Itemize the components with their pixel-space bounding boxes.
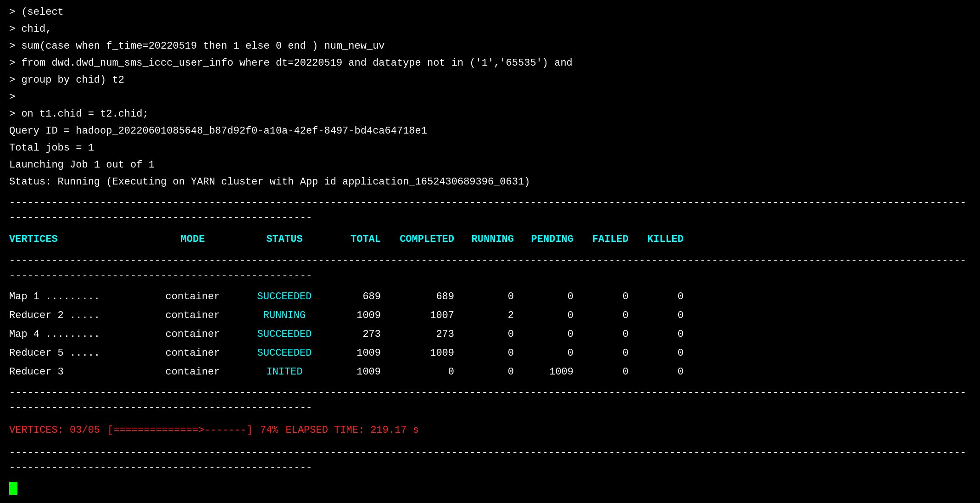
row4-killed: 0: [638, 364, 693, 380]
row3-running: 0: [463, 346, 523, 361]
row1-mode: container: [147, 308, 239, 323]
table-row: Map 1 ......... container SUCCEEDED 689 …: [9, 287, 971, 306]
row4-status: INITED: [239, 364, 330, 380]
row3-mode: container: [147, 346, 239, 361]
row3-killed: 0: [638, 346, 693, 361]
code-line-1: > (select: [9, 5, 971, 20]
header-completed: COMPLETED: [390, 232, 463, 247]
table-row: Reducer 5 ..... container SUCCEEDED 1009…: [9, 344, 971, 363]
terminal-cursor-line: [9, 479, 971, 496]
code-line-4: > from dwd.dwd_num_sms_iccc_user_info wh…: [9, 56, 971, 71]
progress-bar: [==============>-------]: [107, 423, 253, 438]
row2-killed: 0: [638, 327, 693, 342]
row1-vertices: Reducer 2 .....: [9, 308, 147, 323]
header-divider: ----------------------------------------…: [9, 253, 971, 284]
table-header-row: VERTICES MODE STATUS TOTAL COMPLETED RUN…: [9, 229, 971, 250]
total-jobs-line: Total jobs = 1: [9, 140, 971, 156]
row0-mode: container: [147, 289, 239, 304]
header-vertices: VERTICES: [9, 232, 147, 247]
row2-failed: 0: [583, 327, 638, 342]
row3-vertices: Reducer 5 .....: [9, 346, 147, 361]
header-total: TOTAL: [330, 232, 390, 247]
row4-mode: container: [147, 364, 239, 380]
row0-pending: 0: [523, 289, 583, 304]
row0-total: 689: [330, 289, 390, 304]
header-failed: FAILED: [583, 232, 638, 247]
progress-line: VERTICES: 03/05 [==============>-------]…: [9, 419, 971, 442]
terminal-window: > (select > chid, > sum(case when f_time…: [0, 0, 980, 501]
row0-failed: 0: [583, 289, 638, 304]
query-id-line: Query ID = hadoop_20220601085648_b87d92f…: [9, 123, 971, 139]
table-row: Reducer 3 container INITED 1009 0 0 1009…: [9, 363, 971, 381]
row3-completed: 1009: [390, 346, 463, 361]
row0-killed: 0: [638, 289, 693, 304]
row3-failed: 0: [583, 346, 638, 361]
row2-running: 0: [463, 327, 523, 342]
row1-completed: 1007: [390, 308, 463, 323]
row3-pending: 0: [523, 346, 583, 361]
row2-mode: container: [147, 327, 239, 342]
launching-job-line: Launching Job 1 out of 1: [9, 157, 971, 173]
row1-pending: 0: [523, 308, 583, 323]
row0-completed: 689: [390, 289, 463, 304]
row1-total: 1009: [330, 308, 390, 323]
elapsed-time-label: ELAPSED TIME: 219.17 s: [286, 423, 419, 438]
header-killed: KILLED: [638, 232, 693, 247]
row2-pending: 0: [523, 327, 583, 342]
row4-completed: 0: [390, 364, 463, 380]
row0-status: SUCCEEDED: [239, 289, 330, 304]
row1-failed: 0: [583, 308, 638, 323]
row0-vertices: Map 1 .........: [9, 289, 147, 304]
status-line: Status: Running (Executing on YARN clust…: [9, 174, 971, 190]
vertices-progress-label: VERTICES: 03/05: [9, 423, 100, 438]
code-line-5: > group by chid) t2: [9, 73, 971, 88]
row3-status: SUCCEEDED: [239, 346, 330, 361]
top-divider: ----------------------------------------…: [9, 195, 971, 225]
row4-total: 1009: [330, 364, 390, 380]
row4-vertices: Reducer 3: [9, 364, 147, 380]
header-mode: MODE: [147, 232, 239, 247]
row2-status: SUCCEEDED: [239, 327, 330, 342]
row2-completed: 273: [390, 327, 463, 342]
row4-pending: 1009: [523, 364, 583, 380]
code-line-3: > sum(case when f_time=20220519 then 1 e…: [9, 39, 971, 54]
table-row: Reducer 2 ..... container RUNNING 1009 1…: [9, 306, 971, 325]
row4-failed: 0: [583, 364, 638, 380]
row2-vertices: Map 4 .........: [9, 327, 147, 342]
progress-percent: 74%: [260, 423, 278, 438]
row3-total: 1009: [330, 346, 390, 361]
header-pending: PENDING: [523, 232, 583, 247]
row2-total: 273: [330, 327, 390, 342]
bottom-divider: ----------------------------------------…: [9, 445, 971, 475]
bottom-table-divider: ----------------------------------------…: [9, 385, 971, 415]
code-line-6: >: [9, 89, 971, 105]
code-line-7: > on t1.chid = t2.chid;: [9, 106, 971, 122]
code-line-2: > chid,: [9, 22, 971, 37]
row4-running: 0: [463, 364, 523, 380]
header-running: RUNNING: [463, 232, 523, 247]
row1-status: RUNNING: [239, 308, 330, 323]
table-row: Map 4 ......... container SUCCEEDED 273 …: [9, 325, 971, 344]
row0-running: 0: [463, 289, 523, 304]
row1-killed: 0: [638, 308, 693, 323]
row1-running: 2: [463, 308, 523, 323]
cursor-block: [9, 482, 17, 495]
header-status: STATUS: [239, 232, 330, 247]
